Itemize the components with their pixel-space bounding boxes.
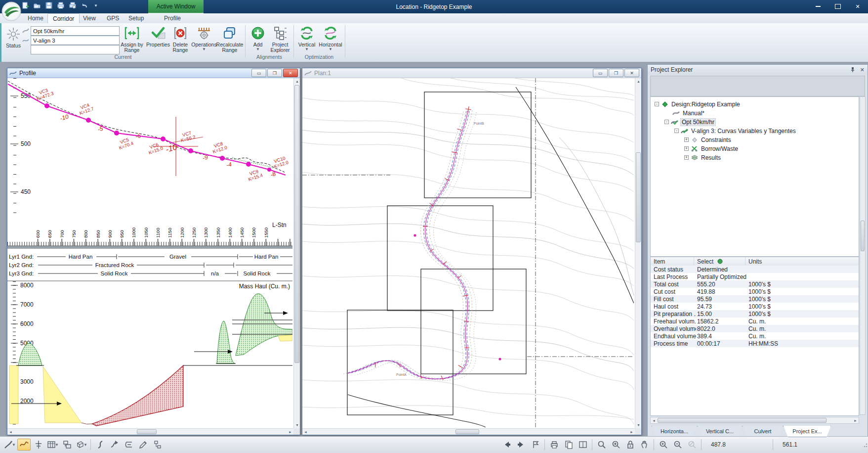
print-setup-icon[interactable] [68,1,77,10]
table-row[interactable]: Pit preparation ...15.001000's $ [651,310,859,317]
profile-horizontal-scrollbar[interactable]: ◄ ► [7,428,293,435]
table-row[interactable]: Last ProcessPartially Optimized [651,273,859,280]
operations-button[interactable]: Operations ▼ [192,24,216,56]
profile-maximize-button[interactable]: ❐ [267,69,282,77]
tree-item-valign3[interactable]: - V-align 3: Curvas Variables y Tangente… [674,127,797,135]
quick-access-more-icon[interactable]: ▼ [94,3,98,8]
assign-by-range-button[interactable]: Assign by Range [119,24,145,56]
tab-corridor[interactable]: Corridor [47,13,80,24]
profile-vertical-scrollbar[interactable]: ▲ ▼ [293,78,300,428]
plan-maximize-button[interactable]: ❐ [609,69,623,77]
tab-view[interactable]: View [78,13,101,23]
pin-icon[interactable] [850,67,856,73]
collapse-icon[interactable]: - [664,120,669,124]
collapse-icon[interactable]: - [674,129,679,133]
scroll-down-icon[interactable]: ▼ [294,422,300,428]
vertical-alignment-field[interactable] [31,36,120,45]
expand-icon[interactable]: + [684,146,689,151]
tree-item-manual[interactable]: Manual* [672,109,705,117]
horizontal-dropdown-icon[interactable]: ▼ [329,47,332,51]
tab-horizontal[interactable]: Horizonta... [652,426,697,437]
table-row[interactable]: Total cost555.201000's $ [651,280,859,288]
tab-vertical-c[interactable]: Vertical C... [698,426,742,437]
plan-minimize-button[interactable]: ▭ [593,69,608,77]
add-dropdown-icon[interactable]: ▼ [256,47,260,51]
window-layout-icon[interactable] [60,439,74,451]
scroll-right-icon[interactable]: ► [287,429,293,435]
scroll-right-icon[interactable]: ► [852,417,859,424]
select-filter-icon[interactable] [717,259,723,264]
panel-close-icon[interactable]: ✕ [860,67,865,73]
arrow-curve-icon[interactable] [108,439,121,451]
tab-home[interactable]: Home [23,13,48,23]
forward-icon[interactable] [514,439,528,451]
zoom-in-icon[interactable] [657,439,670,451]
table-row[interactable]: Fill cost95.591000's $ [651,295,859,303]
view-3d-icon[interactable]: ▼ [75,439,88,451]
vertical-dropdown-icon[interactable]: ▼ [305,47,309,51]
plan-view-icon[interactable]: ▼ [3,439,16,451]
table-row[interactable]: Cost statusDetermined [651,266,859,273]
page-layout-icon[interactable] [562,439,575,451]
scroll-left-icon[interactable]: ◄ [302,429,309,435]
column-item[interactable]: Item [651,257,694,266]
tab-profile[interactable]: Profile [159,13,186,23]
tab-setup[interactable]: Setup [124,13,149,23]
add-alignment-button[interactable]: Add ▼ [248,24,268,56]
app-logo-button[interactable] [1,1,22,22]
tree-item-results[interactable]: + Results [684,153,722,162]
scroll-left-icon[interactable]: ◄ [651,417,657,424]
column-units[interactable]: Units [745,257,805,266]
print-icon[interactable] [56,1,65,10]
scroll-right-icon[interactable]: ► [628,429,635,435]
tree-item-borrow-waste[interactable]: + Borrow/Waste [684,144,739,153]
scroll-down-icon[interactable]: ▼ [635,422,641,428]
tree-item-design[interactable]: - Design:Ridgetop Example [655,100,741,108]
scroll-left-icon[interactable]: ◄ [7,429,14,435]
new-file-icon[interactable] [21,1,30,10]
plan-window-titlebar[interactable]: Plan:1 ▭ ❐ ✕ [302,68,641,78]
printer-icon[interactable] [547,439,561,451]
close-button[interactable]: ✕ [849,1,866,11]
profile-minimize-button[interactable]: ▭ [251,69,266,77]
profile-view-icon[interactable] [17,439,31,451]
table-row[interactable]: Process time00:00:17HH:MM:SS [651,340,859,347]
tree-item-opt-50kmhr[interactable]: - Opt 50km/hr [664,118,716,126]
zoom-out-icon[interactable] [671,439,684,451]
project-explorer-button[interactable]: Project Explorer [269,24,291,56]
horizontal-optimization-button[interactable]: Horizontal ▼ [318,24,343,56]
horizontal-alignment-field[interactable] [31,26,120,36]
open-folder-icon[interactable] [33,1,41,10]
collapse-icon[interactable]: - [655,102,659,106]
table-row[interactable]: Cut cost419.881000's $ [651,288,859,295]
third-alignment-field[interactable] [31,45,120,54]
lock-icon[interactable] [623,439,637,451]
cross-section-view-icon[interactable] [32,439,45,451]
project-explorer-horizontal-scrollbar[interactable]: ◄ ► [650,417,859,424]
resize-grip[interactable] [864,441,868,448]
hierarchy-icon[interactable] [151,439,164,451]
zoom-region-icon[interactable] [609,439,622,451]
maximize-button[interactable] [829,1,846,11]
save-icon[interactable] [44,1,53,10]
edit-design-icon[interactable] [136,439,150,451]
scroll-up-icon[interactable]: ▲ [294,78,300,85]
undo-icon[interactable] [80,1,89,10]
plan-vertical-scrollbar[interactable]: ▲ ▼ [635,78,641,428]
profile-window-titlebar[interactable]: Profile ▭ ❐ ✕ [7,68,300,78]
plan-close-button[interactable]: ✕ [624,69,639,77]
vertical-optimization-button[interactable]: Vertical ▼ [296,24,317,56]
columns-view-icon[interactable] [576,439,589,451]
table-row[interactable]: Overhaul volume8022.0Cu. m. [651,325,859,332]
minimize-button[interactable] [810,1,827,11]
properties-button[interactable]: Properties [146,24,170,56]
table-row[interactable]: Endhaul volume389.4Cu. m. [651,332,859,340]
table-row[interactable]: Haul cost24.731000's $ [651,303,859,310]
expand-icon[interactable]: + [684,137,689,142]
operations-dropdown-icon[interactable]: ▼ [202,47,206,51]
magnifier-icon[interactable] [595,439,608,451]
profile-close-button[interactable]: ✕ [283,69,298,77]
tab-project-explorer[interactable]: Project Ex... [784,426,831,437]
back-icon[interactable] [500,439,513,451]
scroll-up-icon[interactable]: ▲ [635,78,641,85]
